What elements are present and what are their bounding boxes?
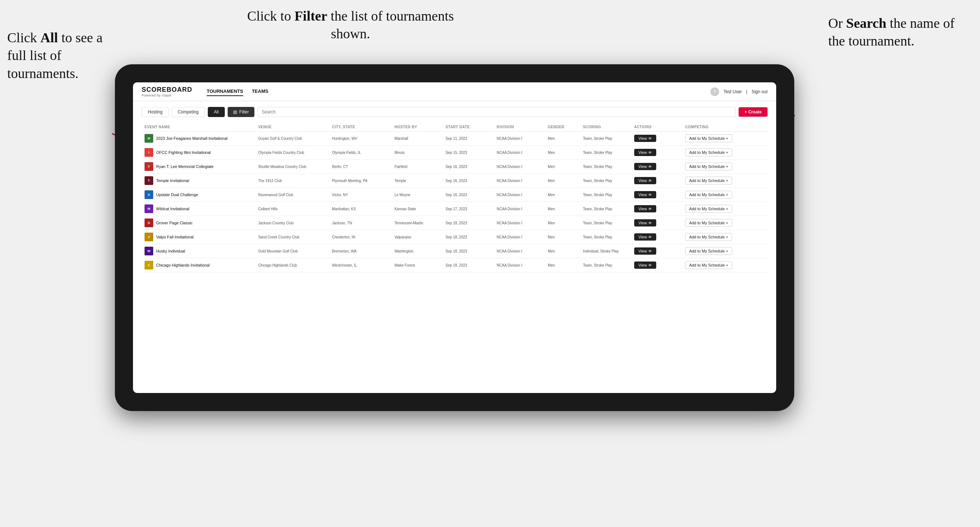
col-header-date: START DATE [443, 123, 493, 132]
eye-icon: 👁 [648, 264, 652, 267]
add-to-schedule-button[interactable]: Add to My Schedule + [685, 261, 732, 269]
view-button[interactable]: View 👁 [634, 177, 657, 184]
search-input[interactable] [257, 107, 736, 117]
eye-icon: 👁 [648, 221, 652, 225]
add-to-schedule-button[interactable]: Add to My Schedule + [685, 148, 732, 156]
cell-competing: Add to My Schedule + [682, 160, 767, 174]
view-button[interactable]: View 👁 [634, 262, 657, 269]
tab-hosting[interactable]: Hosting [142, 107, 169, 117]
event-name-text: Temple Invitational [156, 178, 189, 183]
cell-start-date: Sep 15, 2023 [443, 146, 493, 160]
cell-city: Manhattan, KS [329, 202, 392, 216]
cell-event-name: M 2023 Joe Feaganes Marshall Invitationa… [142, 132, 255, 146]
cell-event-name: G Grover Page Classic [142, 216, 255, 230]
create-button[interactable]: + Create [738, 107, 767, 117]
cell-actions: View 👁 [631, 132, 682, 146]
view-button[interactable]: View 👁 [634, 205, 657, 213]
add-to-schedule-button[interactable]: Add to My Schedule + [685, 191, 732, 198]
annotation-topright: Or Search the name of the tournament. [828, 14, 973, 50]
table-row: W Wildcat Invitational Colbert Hills Man… [142, 202, 767, 216]
filter-button[interactable]: ▤ Filter [228, 107, 255, 117]
add-to-schedule-button[interactable]: Add to My Schedule + [685, 219, 732, 227]
col-header-city: CITY, STATE [329, 123, 392, 132]
cell-competing: Add to My Schedule + [682, 174, 767, 188]
nav-teams[interactable]: TEAMS [252, 87, 269, 96]
eye-icon: 👁 [648, 193, 652, 197]
cell-competing: Add to My Schedule + [682, 146, 767, 160]
team-logo: T [145, 176, 153, 185]
event-name-text: 2023 Joe Feaganes Marshall Invitational [156, 136, 228, 141]
event-name-text: Upstate Dual Challenge [156, 192, 198, 197]
view-button[interactable]: View 👁 [634, 135, 657, 142]
cell-hosted-by: Illinois [392, 146, 443, 160]
eye-icon: 👁 [648, 151, 652, 155]
view-button[interactable]: View 👁 [634, 219, 657, 227]
eye-icon: 👁 [648, 137, 652, 141]
cell-scoring: Team, Stroke Play [580, 258, 631, 272]
cell-start-date: Sep 18, 2023 [443, 258, 493, 272]
add-to-schedule-button[interactable]: Add to My Schedule + [685, 233, 732, 241]
user-name: Test User [724, 89, 742, 94]
view-button[interactable]: View 👁 [634, 248, 657, 255]
cell-start-date: Sep 11, 2023 [443, 132, 493, 146]
cell-competing: Add to My Schedule + [682, 132, 767, 146]
cell-venue: Chicago Highlands Club [255, 258, 329, 272]
table-row: G Grover Page Classic Jackson Country Cl… [142, 216, 767, 230]
cell-event-name: C Chicago Highlands Invitational [142, 258, 255, 272]
col-header-venue: VENUE [255, 123, 329, 132]
add-to-schedule-button[interactable]: Add to My Schedule + [685, 247, 732, 255]
view-button[interactable]: View 👁 [634, 149, 657, 156]
add-to-schedule-button[interactable]: Add to My Schedule + [685, 134, 732, 142]
tablet-screen: SCOREBOARD Powered by clippd TOURNAMENTS… [133, 83, 776, 393]
tab-competing[interactable]: Competing [172, 107, 205, 117]
cell-hosted-by: Temple [392, 174, 443, 188]
view-button[interactable]: View 👁 [634, 191, 657, 198]
tab-all[interactable]: All [208, 107, 225, 117]
event-name-text: Wildcat Invitational [156, 206, 189, 211]
cell-actions: View 👁 [631, 146, 682, 160]
sign-out-link[interactable]: Sign out [752, 89, 767, 94]
col-header-actions: ACTIONS [631, 123, 682, 132]
tournaments-table: EVENT NAME VENUE CITY, STATE HOSTED BY S… [142, 123, 767, 272]
table-row: V Valpo Fall Invitational Sand Creek Cou… [142, 230, 767, 244]
eye-icon: 👁 [648, 165, 652, 169]
col-header-hosted: HOSTED BY [392, 123, 443, 132]
cell-city: Victor, NY [329, 188, 392, 202]
event-name-text: Valpo Fall Invitational [156, 235, 194, 239]
cell-venue: Sand Creek Country Club [255, 230, 329, 244]
view-button[interactable]: View 👁 [634, 163, 657, 170]
cell-scoring: Team, Stroke Play [580, 146, 631, 160]
cell-venue: The 1912 Club [255, 174, 329, 188]
cell-city: Berlin, CT [329, 160, 392, 174]
eye-icon: 👁 [648, 249, 652, 253]
cell-start-date: Sep 18, 2023 [443, 230, 493, 244]
separator: | [746, 89, 747, 94]
cell-scoring: Team, Stroke Play [580, 188, 631, 202]
view-button[interactable]: View 👁 [634, 233, 657, 241]
table-row: C Chicago Highlands Invitational Chicago… [142, 258, 767, 272]
cell-competing: Add to My Schedule + [682, 244, 767, 258]
cell-city: Huntington, WV [329, 132, 392, 146]
cell-division: NCAA Division I [494, 146, 545, 160]
cell-hosted-by: Le Moyne [392, 188, 443, 202]
add-to-schedule-button[interactable]: Add to My Schedule + [685, 177, 732, 184]
table-row: M 2023 Joe Feaganes Marshall Invitationa… [142, 132, 767, 146]
cell-hosted-by: Valparaiso [392, 230, 443, 244]
col-header-division: DIVISION [494, 123, 545, 132]
nav-tournaments[interactable]: TOURNAMENTS [207, 87, 243, 96]
cell-event-name: F Ryan T. Lee Memorial Collegiate [142, 160, 255, 174]
cell-venue: Gold Mountain Golf Club [255, 244, 329, 258]
table-row: I OFCC Fighting Illini Invitational Olym… [142, 146, 767, 160]
cell-gender: Men [545, 160, 580, 174]
add-to-schedule-button[interactable]: Add to My Schedule + [685, 205, 732, 213]
main-nav: TOURNAMENTS TEAMS [207, 87, 699, 96]
logo-text: SCOREBOARD [142, 86, 192, 94]
col-header-scoring: SCORING [580, 123, 631, 132]
table-header: EVENT NAME VENUE CITY, STATE HOSTED BY S… [142, 123, 767, 132]
team-logo: I [145, 148, 153, 157]
add-to-schedule-button[interactable]: Add to My Schedule + [685, 162, 732, 170]
cell-venue: Shuttle Meadow Country Club [255, 160, 329, 174]
cell-hosted-by: Tennessee-Martin [392, 216, 443, 230]
cell-actions: View 👁 [631, 244, 682, 258]
cell-venue: Ravenwood Golf Club [255, 188, 329, 202]
